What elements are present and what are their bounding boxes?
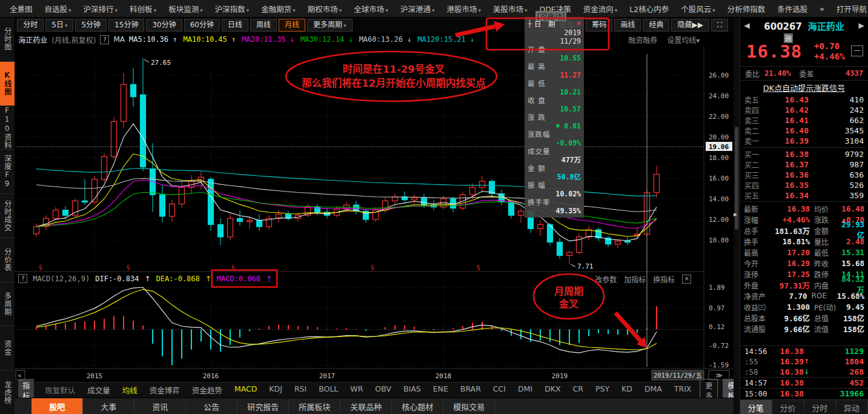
period-button-4[interactable]: 30分钟 xyxy=(146,19,182,32)
menu-item-17[interactable]: 条件选股 xyxy=(771,3,813,15)
menu-item-0[interactable]: 全景图 xyxy=(4,3,39,15)
indicator-item-21[interactable]: TRIX xyxy=(668,384,698,396)
indicator-item-16[interactable]: DKX xyxy=(538,384,566,396)
tool-button-3[interactable]: 经典 xyxy=(643,19,669,32)
menu-item-9[interactable]: 沪深港通▾ xyxy=(394,3,441,15)
bottom-tab-0[interactable]: 股吧 xyxy=(31,398,83,414)
kline-chart-svg[interactable]: 27.657.71§§§§§26.0024.0022.0020.0018.001… xyxy=(15,47,734,382)
indicator-item-17[interactable]: CR xyxy=(567,384,589,396)
chart-canvas-area[interactable]: 27.657.71§§§§§26.0024.0022.0020.0018.001… xyxy=(15,47,734,382)
sidebar-item-3[interactable]: 深度F9 xyxy=(0,150,15,194)
collapse-panel-arrow-icon[interactable]: ▸ xyxy=(734,210,737,218)
next-stock-icon[interactable]: ▶ xyxy=(857,21,866,30)
macd-header: ? MACD(12,26,9) DIF:-0.834 ↑ DEA:-0.868 … xyxy=(18,274,272,283)
indicator-item-13[interactable]: BRAR xyxy=(454,384,487,396)
indicator-item-20[interactable]: DMA xyxy=(638,384,668,396)
indicator-item-12[interactable]: ENE xyxy=(427,384,454,396)
bottom-tab-4[interactable]: 研究报告 xyxy=(237,398,289,414)
sidebar-item-6[interactable]: 多周期 xyxy=(0,282,15,327)
chart-header-link-1[interactable]: 设置均线▾ xyxy=(667,35,700,45)
menu-item-4[interactable]: 板块监测▾ xyxy=(162,3,209,15)
period-button-0[interactable]: 分时 xyxy=(17,19,44,32)
indicator-item-15[interactable]: DMI xyxy=(512,384,538,396)
drag-handle-icon[interactable]: ┼ xyxy=(528,19,532,28)
macd-action-2[interactable]: 换指标 xyxy=(653,274,675,284)
bottom-tab-8[interactable]: 模拟交易 xyxy=(443,398,495,414)
sidebar-item-1[interactable]: K线图 xyxy=(0,62,15,106)
tool-button-1[interactable]: 筹码 xyxy=(586,19,612,32)
dk-signal-link[interactable]: DK点自动提示涨跌信号 xyxy=(763,82,846,93)
sidebar-item-4[interactable]: 分时成交 xyxy=(0,194,15,238)
ticker-tab-3[interactable]: 异动 xyxy=(836,400,868,414)
indicator-item-9[interactable]: WR xyxy=(344,384,369,396)
menu-item-14[interactable]: L2核心内参 xyxy=(623,3,675,15)
indicator-item-2[interactable]: 均线 xyxy=(116,384,144,396)
menu-item-5[interactable]: 沪深指数▾ xyxy=(209,3,256,15)
sidebar-item-8[interactable]: 龙虎榜 xyxy=(0,370,15,414)
period-button-1[interactable]: 5日▾ xyxy=(45,19,73,32)
indicator-item-7[interactable]: RSI xyxy=(288,384,313,396)
menu-item-19[interactable]: 打开导航 xyxy=(830,3,868,15)
prev-stock-icon[interactable]: ◀ xyxy=(743,21,751,30)
help-icon[interactable]: ? xyxy=(100,35,109,44)
minimize-button[interactable]: — xyxy=(851,45,863,56)
ask-volume: 410 xyxy=(809,95,864,104)
period-button-7[interactable]: 周线 xyxy=(250,19,277,32)
menu-item-1[interactable]: 自选股▾ xyxy=(39,3,78,15)
period-button-5[interactable]: 60分钟 xyxy=(184,19,220,32)
menu-item-11[interactable]: 美股市场▾ xyxy=(487,3,534,15)
bottom-tab-5[interactable]: 所属板块 xyxy=(289,398,340,414)
menu-item-15[interactable]: 个股风云▾ xyxy=(675,3,721,15)
indicator-item-5[interactable]: MACD xyxy=(228,384,263,396)
period-button-2[interactable]: 5分钟 xyxy=(75,19,107,32)
indicator-item-1[interactable]: 成交量 xyxy=(81,384,116,396)
macd-help-icon[interactable]: ? xyxy=(18,274,27,283)
close-indicator-icon[interactable]: × xyxy=(682,275,691,284)
menu-item-18[interactable]: » xyxy=(813,4,830,13)
indicator-item-6[interactable]: KDJ xyxy=(263,384,288,396)
ticker-tab-1[interactable]: 分价 xyxy=(772,400,804,414)
indicator-item-8[interactable]: BOLL xyxy=(313,384,344,396)
sidebar-item-5[interactable]: 分价表 xyxy=(0,238,15,282)
tool-button-2[interactable]: 画线 xyxy=(614,19,641,32)
stat-label: 涨跌 xyxy=(810,215,841,225)
crosshair-data-panel[interactable]: ┼ 日 期 ▼ 2019 11/29 开 盘10.55最 高11.27最 低10… xyxy=(525,17,584,218)
ticker-tab-0[interactable]: 分笔 xyxy=(740,400,772,414)
indicator-item-11[interactable]: BIAS xyxy=(397,384,427,396)
period-button-8[interactable]: 月线 xyxy=(279,19,305,32)
bottom-tab-7[interactable]: 核心题材 xyxy=(392,398,443,414)
panel-splitter[interactable]: ▸ xyxy=(734,18,740,414)
menu-item-7[interactable]: 期权市场▾ xyxy=(302,3,348,15)
bottom-tab-6[interactable]: 关联品种 xyxy=(340,398,392,414)
menu-item-16[interactable]: 分析师指数 xyxy=(721,3,772,15)
period-button-9[interactable]: 更多周期▾ xyxy=(307,19,353,32)
macd-action-0[interactable]: 改参数 xyxy=(595,274,617,284)
period-button-6[interactable]: 日线 xyxy=(222,19,248,32)
tool-button-5[interactable]: ⛶ xyxy=(711,19,728,32)
menu-item-13[interactable]: 资金流向▾ xyxy=(577,3,624,15)
sidebar-item-2[interactable]: F10资料 xyxy=(0,106,15,150)
bottom-tab-3[interactable]: 公告 xyxy=(186,398,237,414)
indicator-item-19[interactable]: KD xyxy=(615,384,638,396)
ticker-tab-2[interactable]: 分时 xyxy=(804,400,837,414)
indicator-item-14[interactable]: CCI xyxy=(487,384,512,396)
menu-item-6[interactable]: 金融期货▾ xyxy=(255,3,302,15)
menu-item-3[interactable]: 科创板▾ xyxy=(124,3,162,15)
indicator-item-0[interactable]: 恢复默认 xyxy=(39,384,81,396)
menu-item-2[interactable]: 沪深排行▾ xyxy=(78,3,124,15)
menu-item-8[interactable]: 全球市场▾ xyxy=(348,3,394,15)
macd-action-1[interactable]: 加指标 xyxy=(624,274,646,284)
indicator-item-10[interactable]: OBV xyxy=(369,384,397,396)
bottom-tab-2[interactable]: 资讯 xyxy=(134,398,186,414)
menu-item-10[interactable]: 港股市场▾ xyxy=(440,3,487,15)
chart-header-link-0[interactable]: 融资融券 xyxy=(628,35,657,45)
period-button-3[interactable]: 15分钟 xyxy=(108,19,144,32)
indicator-item-3[interactable]: 资金博弈 xyxy=(144,384,186,396)
tool-button-4[interactable]: 隐藏▶▶ xyxy=(671,19,709,32)
indicator-item-18[interactable]: PSY xyxy=(589,384,615,396)
sidebar-item-0[interactable]: 分时图 xyxy=(0,18,15,62)
bottom-tab-1[interactable]: 大事 xyxy=(83,398,134,414)
sidebar-item-7[interactable]: 资金 xyxy=(0,326,15,370)
indicator-item-4[interactable]: 资金趋势 xyxy=(186,384,228,396)
data-panel-dropdown-icon[interactable]: ▼ xyxy=(577,21,581,27)
